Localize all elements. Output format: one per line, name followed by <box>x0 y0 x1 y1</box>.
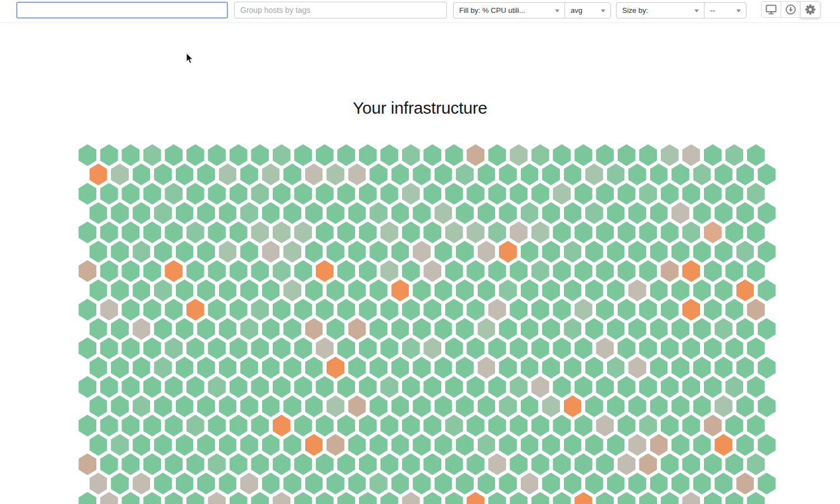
fill-aggregator-label: avg <box>571 6 582 15</box>
size-by-select[interactable]: Size by: <box>616 2 704 18</box>
fill-by-select[interactable]: Fill by: % CPU utili... <box>453 2 565 18</box>
host-hexagon[interactable] <box>228 491 248 504</box>
search-input[interactable] <box>16 2 228 18</box>
host-hexagon[interactable] <box>293 491 313 504</box>
host-hexagon[interactable] <box>725 491 744 504</box>
host-hexagon[interactable] <box>466 491 486 504</box>
host-hexagon[interactable] <box>423 491 442 504</box>
host-hexagon[interactable] <box>552 491 572 504</box>
host-hexagon[interactable] <box>207 491 227 504</box>
chevron-down-icon <box>555 10 559 12</box>
host-hexagon[interactable] <box>595 491 615 504</box>
host-hexagon[interactable] <box>530 491 550 504</box>
size-value-select[interactable]: -- <box>704 2 746 18</box>
host-hexagon[interactable] <box>746 491 766 504</box>
host-hexagon[interactable] <box>703 491 722 504</box>
host-hexagon[interactable] <box>121 491 141 504</box>
toolbar: Fill by: % CPU utili... avg Size by: -- <box>0 0 840 23</box>
chevron-down-icon <box>736 10 741 12</box>
host-hexagon[interactable] <box>315 491 334 504</box>
page-title: Your infrastructure <box>0 99 840 118</box>
settings-button[interactable] <box>800 1 820 18</box>
host-hexagon[interactable] <box>444 491 464 504</box>
mouse-cursor-icon <box>186 53 194 64</box>
host-hexagon[interactable] <box>337 491 356 504</box>
host-hexagon[interactable] <box>78 491 97 504</box>
chevron-down-icon <box>694 10 699 12</box>
host-hexagon[interactable] <box>142 491 162 504</box>
host-hexagon[interactable] <box>164 491 184 504</box>
host-hexagon[interactable] <box>682 491 701 504</box>
fullscreen-button[interactable] <box>761 1 781 18</box>
monitor-icon <box>766 4 777 15</box>
host-hexagon[interactable] <box>660 491 679 504</box>
host-hexagon[interactable] <box>401 491 421 504</box>
host-hexagon[interactable] <box>487 491 507 504</box>
group-by-tags-input[interactable] <box>234 2 447 18</box>
hexmap <box>77 143 799 504</box>
chevron-down-icon <box>601 10 605 12</box>
host-hexagon[interactable] <box>573 491 593 504</box>
host-hexagon[interactable] <box>185 491 205 504</box>
host-hexagon[interactable] <box>380 491 399 504</box>
host-hexagon[interactable] <box>272 491 291 504</box>
host-hexagon[interactable] <box>509 491 529 504</box>
host-hexagon[interactable] <box>250 491 270 504</box>
size-value-label: -- <box>710 6 715 15</box>
host-hexagon[interactable] <box>617 491 636 504</box>
host-hexagon[interactable] <box>358 491 377 504</box>
toolbar-icon-group <box>761 1 820 18</box>
download-icon <box>785 4 796 15</box>
gear-icon <box>805 4 816 15</box>
fill-by-label: Fill by: % CPU utili... <box>459 6 525 15</box>
host-hexagon[interactable] <box>638 491 658 504</box>
download-button[interactable] <box>781 1 801 18</box>
fill-aggregator-select[interactable]: avg <box>564 2 611 18</box>
host-hexagon[interactable] <box>99 491 119 504</box>
size-by-label: Size by: <box>622 6 648 15</box>
